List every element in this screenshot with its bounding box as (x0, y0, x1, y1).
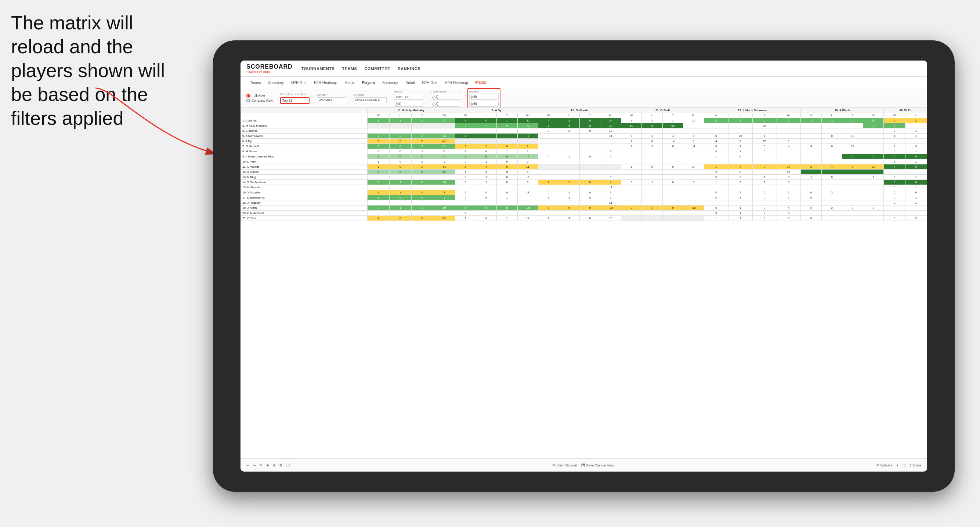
player-name: 9. A Maria Jimenez Rios (241, 154, 368, 159)
nav-item-tournaments[interactable]: TOURNAMENTS (301, 65, 335, 72)
cell (842, 190, 863, 195)
cell: -11 (433, 133, 455, 139)
cell (662, 170, 683, 175)
sub-nav-h2h-heatmap[interactable]: H2H Heatmap (310, 77, 341, 89)
cell (801, 211, 821, 216)
nav-item-committee[interactable]: COMMITTEE (364, 65, 390, 72)
cell: 14 (683, 164, 704, 170)
cell: 2 (905, 118, 927, 123)
sh-l3: L (559, 113, 579, 118)
sub-nav-summary[interactable]: Summary (264, 77, 288, 89)
cell (704, 123, 728, 129)
cell: 10 (600, 123, 621, 129)
division-select[interactable]: NCAA Division II NCAA Division I NCAA Di… (353, 97, 387, 103)
cell: 0 (842, 164, 863, 170)
cell: 0 (704, 195, 728, 200)
sub-nav-h2h-grid2[interactable]: H2H Grid (418, 77, 441, 89)
cell: 1 (776, 139, 801, 144)
view-original-btn[interactable]: 👁 View: Original (552, 464, 577, 467)
minus-btn[interactable]: ⊟ (279, 464, 282, 467)
sub-nav-h2h-grid[interactable]: H2H Grid (288, 77, 310, 89)
cell: 1 (538, 216, 559, 221)
refresh-btn[interactable]: ⟳ (259, 464, 262, 467)
cell: 1 (642, 206, 662, 211)
sub-nav-players[interactable]: Players (358, 77, 379, 89)
sub-nav-h2h-heatmap2[interactable]: H2H Heatmap (441, 77, 471, 89)
cell (476, 200, 496, 206)
players-sub-select[interactable]: (All) (469, 101, 499, 107)
cell: 0 (704, 206, 728, 211)
cell: 0 (662, 164, 683, 170)
cell: 0 (863, 154, 883, 159)
cell: 3 (368, 180, 390, 185)
cell (662, 216, 683, 221)
remove-btn[interactable]: ⊖ (273, 464, 276, 467)
cell: 2 (368, 190, 390, 195)
sh-w5: W (704, 113, 728, 118)
cell (368, 200, 390, 206)
share-btn[interactable]: ⤴ Share (910, 464, 921, 467)
cell (884, 139, 905, 144)
cell: 0 (389, 133, 411, 139)
nav-item-rankings[interactable]: RANKINGS (398, 65, 421, 72)
sub-nav: Teams Summary H2H Grid H2H Heatmap Matri… (240, 77, 927, 89)
sub-nav-matrix[interactable]: Matrix (341, 77, 358, 89)
save-custom-btn[interactable]: 💾 Save Custom View (581, 464, 614, 467)
cell: 1 (455, 170, 476, 175)
region-select[interactable]: East - DII West - DII (All) (394, 94, 423, 100)
conference-select[interactable]: (All) (431, 94, 460, 100)
cell (821, 123, 842, 129)
clock-btn[interactable]: 🕐 (286, 464, 290, 467)
matrix-table-wrapper[interactable]: 2. M Kelly Mulcahy 6. A Dy 11. G Woods 2… (240, 108, 927, 459)
cell: 2 (559, 129, 579, 133)
watch-btn[interactable]: 👁 Watch ▾ (876, 464, 892, 467)
sub-nav-matrix2[interactable]: Matrix (472, 77, 490, 89)
compact-view-radio[interactable] (247, 99, 250, 102)
cell (863, 139, 883, 144)
cell: 14 (517, 216, 538, 221)
cell: 3 (368, 206, 390, 211)
sh-l5: L (728, 113, 752, 118)
cell: 11 (517, 190, 538, 195)
cell (621, 170, 641, 175)
conference-sub-select[interactable]: (All) (431, 101, 460, 107)
cell: 24 (842, 144, 863, 149)
cell: 7 (776, 190, 801, 195)
players-select[interactable]: (All) (469, 94, 499, 100)
toolbar-left: ↩ ↪ ⟳ ⊕ ⊖ ⊟ 🕐 (247, 464, 290, 467)
sub-nav-summary2[interactable]: Summary (379, 77, 402, 89)
cell: 0 (411, 206, 433, 211)
table-row: 18. J Hodgson 11 (241, 200, 927, 206)
cell (621, 195, 641, 200)
gender-select[interactable]: Women's Men's (317, 97, 346, 103)
redo-btn[interactable]: ↪ (253, 464, 256, 467)
cell: 0 (389, 216, 411, 221)
full-view-radio[interactable] (247, 94, 250, 98)
cell (842, 170, 863, 175)
max-players-select[interactable]: Top 25 Top 10 Top 50 (280, 97, 310, 104)
view-options: Full View Compact View (247, 94, 273, 102)
cell (863, 144, 883, 149)
cell: 0 (752, 149, 776, 154)
star-btn[interactable]: ✦ (896, 464, 899, 467)
logo-title: SCOREBOARD (247, 63, 293, 70)
cell (368, 129, 390, 133)
nav-item-teams[interactable]: TEAMS (342, 65, 357, 72)
max-players-filter: Max players in view Top 25 Top 10 Top 50 (280, 92, 310, 104)
grid-btn[interactable]: ⬚ (902, 464, 906, 467)
cell: 2 (728, 195, 752, 200)
cell (863, 195, 883, 200)
full-view-option[interactable]: Full View (247, 94, 273, 98)
undo-btn[interactable]: ↩ (247, 464, 249, 467)
sub-nav-detail[interactable]: Detail (402, 77, 418, 89)
player-name: 1. J Garcia (241, 118, 368, 123)
cell: 0 (621, 180, 641, 185)
cell (580, 159, 600, 164)
compact-view-option[interactable]: Compact View (247, 99, 273, 102)
region-sub-select[interactable]: (All) (394, 101, 423, 107)
add-btn[interactable]: ⊕ (266, 464, 269, 467)
sub-nav-teams[interactable]: Teams (247, 77, 264, 89)
cell: 0 (497, 164, 517, 170)
cell: -2 (517, 175, 538, 180)
cell (411, 175, 433, 180)
